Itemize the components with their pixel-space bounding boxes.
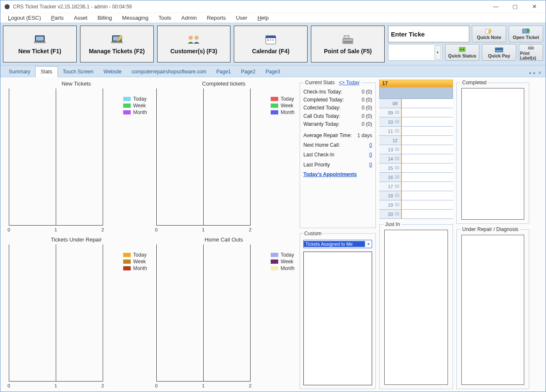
- tab-page2[interactable]: Page2: [236, 67, 261, 77]
- today-link[interactable]: <> Today: [339, 80, 360, 86]
- quick-status-button[interactable]: Quick Status: [445, 44, 479, 61]
- schedule-slot[interactable]: [402, 117, 453, 126]
- last-priority-link[interactable]: 0: [369, 161, 372, 169]
- appointments-link[interactable]: Today's Appointments: [303, 171, 357, 177]
- ticket-select-dropdown[interactable]: ▾: [388, 44, 442, 61]
- schedule-row[interactable]: 1500: [379, 164, 453, 173]
- next-home-link[interactable]: 0: [369, 141, 372, 149]
- customers-button[interactable]: Customer(s) (F3): [157, 26, 231, 62]
- customers-label: Customer(s) (F3): [170, 48, 217, 55]
- schedule-time: 1600: [379, 173, 402, 182]
- custom-select[interactable]: Tickets Assigned to Me ▾: [303, 240, 372, 248]
- menu-tools[interactable]: Tools: [154, 14, 175, 22]
- just-in-list[interactable]: [384, 230, 448, 384]
- tab-page1[interactable]: Page1: [211, 67, 236, 77]
- menu-messaging[interactable]: Messaging: [118, 14, 153, 22]
- schedule-row[interactable]: 1400: [379, 154, 453, 164]
- schedule-row[interactable]: 08: [379, 99, 453, 108]
- schedule-slot[interactable]: [402, 145, 453, 154]
- menu-parts[interactable]: Parts: [47, 14, 68, 22]
- schedule-row[interactable]: 1100: [379, 127, 453, 136]
- maximize-button[interactable]: ▢: [505, 0, 525, 13]
- minimize-button[interactable]: —: [486, 0, 505, 13]
- schedule-header: [379, 87, 453, 99]
- quick-note-button[interactable]: Quick Note: [472, 26, 506, 42]
- last-checkin-link[interactable]: 0: [369, 151, 372, 159]
- legend-item: Month: [123, 109, 147, 115]
- enter-ticket-input[interactable]: Enter Ticke: [388, 26, 469, 42]
- schedule-row[interactable]: 1900: [379, 200, 453, 210]
- svg-point-7: [189, 36, 193, 40]
- schedule-row[interactable]: 1700: [379, 182, 453, 191]
- menu-logout[interactable]: Logout (ESC): [4, 14, 45, 22]
- legend-swatch: [123, 260, 131, 264]
- manage-tickets-button[interactable]: Manage Tickets (F2): [80, 26, 154, 62]
- schedule-row[interactable]: 12: [379, 136, 453, 145]
- schedule-slot[interactable]: [402, 154, 453, 163]
- menu-asset[interactable]: Asset: [70, 14, 92, 22]
- tab-page3[interactable]: Page3: [261, 67, 285, 77]
- chart-body: 012TodayWeekMonth: [4, 244, 149, 389]
- new-ticket-label: New Ticket (F1): [18, 48, 61, 55]
- tab-crss[interactable]: computerrepairshopsoftware.com: [127, 67, 211, 77]
- x-tick: 2: [249, 383, 251, 388]
- tab-touch-screen[interactable]: Touch Screen: [58, 67, 98, 77]
- schedule-slot[interactable]: [402, 191, 453, 200]
- x-tick: 1: [54, 227, 57, 232]
- schedule-slot[interactable]: [402, 182, 453, 191]
- schedule-row[interactable]: 0900: [379, 108, 453, 117]
- tab-next-icon[interactable]: ▸: [533, 70, 536, 75]
- schedule-slot[interactable]: [402, 99, 453, 108]
- schedule-slot[interactable]: [402, 200, 453, 209]
- legend-item: Month: [271, 109, 295, 115]
- tab-close-icon[interactable]: ✕: [538, 70, 541, 75]
- chart-legend: TodayWeekMonth: [123, 252, 147, 271]
- menu-reports[interactable]: Reports: [202, 14, 230, 22]
- legend-label: Month: [281, 265, 295, 271]
- legend-label: Today: [281, 252, 294, 258]
- tab-website[interactable]: Website: [98, 67, 127, 77]
- schedule-rows: 0809001000110012130014001500160017001800…: [379, 99, 453, 219]
- tab-summary[interactable]: Summary: [4, 67, 35, 77]
- schedule-slot[interactable]: [402, 173, 453, 182]
- legend-label: Week: [133, 103, 146, 109]
- schedule-time: 1000: [379, 117, 402, 126]
- schedule-date[interactable]: 17: [379, 80, 453, 87]
- schedule-slot[interactable]: [402, 210, 453, 218]
- schedule-slot[interactable]: [402, 108, 453, 117]
- schedule-row[interactable]: 1800: [379, 191, 453, 200]
- menu-help[interactable]: Help: [253, 14, 273, 22]
- menu-user[interactable]: User: [232, 14, 251, 22]
- svg-rect-13: [272, 39, 274, 41]
- legend-label: Week: [281, 259, 293, 265]
- schedule-slot[interactable]: [402, 136, 453, 145]
- stat-last-priority: Last Priority0: [303, 161, 372, 169]
- custom-list[interactable]: [303, 252, 372, 385]
- schedule-row[interactable]: 1600: [379, 173, 453, 182]
- calendar-button[interactable]: Calendar (F4): [234, 26, 308, 62]
- schedule-row[interactable]: 1300: [379, 145, 453, 154]
- chart-title: Tickets Under Repair: [4, 236, 149, 244]
- menu-billing[interactable]: Billing: [93, 14, 116, 22]
- schedule-column: 17 0809001000110012130014001500160017001…: [378, 77, 455, 392]
- pos-button[interactable]: Point of Sale (F5): [311, 26, 385, 62]
- svg-point-0: [5, 4, 10, 9]
- printer-icon: [527, 44, 535, 51]
- quick-pay-button[interactable]: Quick Pay: [482, 44, 516, 61]
- legend-label: Month: [281, 109, 295, 115]
- schedule-slot[interactable]: [402, 127, 453, 135]
- schedule-slot[interactable]: [402, 164, 453, 172]
- close-button[interactable]: ✕: [525, 0, 544, 13]
- tab-stats[interactable]: Stats: [35, 66, 57, 77]
- new-ticket-button[interactable]: New Ticket (F1): [3, 26, 77, 62]
- schedule-row[interactable]: 1000: [379, 117, 453, 127]
- open-ticket-button[interactable]: Open Ticket: [509, 26, 543, 42]
- menu-admin[interactable]: Admin: [177, 14, 201, 22]
- mid-column: Current Stats <> Today Check-Ins Today:0…: [298, 77, 378, 392]
- tab-prev-icon[interactable]: ◂: [529, 70, 531, 75]
- schedule-row[interactable]: 2000: [379, 210, 453, 219]
- under-repair-list[interactable]: [461, 235, 524, 384]
- print-labels-button[interactable]: Print Label(s): [519, 44, 543, 61]
- status-icon: [458, 47, 466, 53]
- completed-list[interactable]: [461, 88, 524, 219]
